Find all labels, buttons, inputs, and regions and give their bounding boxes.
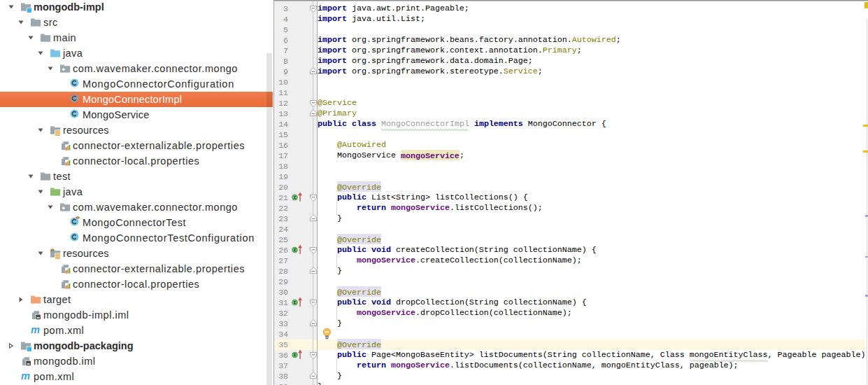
svg-text:m: m — [31, 324, 40, 335]
svg-text:m: m — [21, 370, 30, 382]
